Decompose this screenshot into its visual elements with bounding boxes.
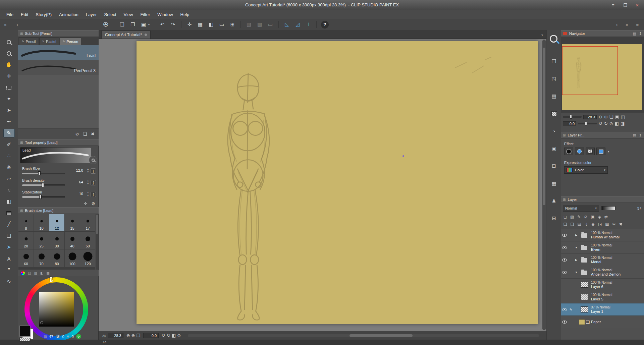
enable-mask-icon[interactable]: ◈ bbox=[598, 215, 601, 219]
canvas[interactable] bbox=[137, 41, 538, 324]
slider-stepper[interactable]: ▴▾ bbox=[87, 191, 89, 197]
blend-tool[interactable]: ≈ bbox=[3, 186, 15, 194]
pen-tool[interactable]: ✒ bbox=[3, 117, 15, 126]
slider-track[interactable] bbox=[22, 184, 65, 186]
crop-icon[interactable]: ▧ bbox=[244, 20, 254, 29]
collapse-panel-icon[interactable]: ↥ bbox=[639, 133, 642, 137]
fill-icon[interactable]: ◧ bbox=[206, 20, 216, 29]
stepper-up-icon[interactable]: ▴ bbox=[87, 167, 89, 170]
brush-size-25[interactable]: 25 bbox=[34, 232, 49, 249]
subtool-tab-pastel[interactable]: ✎Pastel bbox=[39, 38, 59, 45]
document-tab[interactable]: Concept Art Tutorial* bbox=[101, 31, 151, 39]
sync-icon[interactable]: ↻ bbox=[76, 334, 81, 339]
collapse-arrow-icon[interactable]: ▼ bbox=[574, 241, 579, 253]
invert-selection-icon[interactable]: ▦ bbox=[195, 20, 205, 29]
fill-tool[interactable]: ◧ bbox=[3, 197, 15, 206]
expand-arrow-icon[interactable]: ▶ bbox=[574, 229, 579, 241]
rotate-right-icon[interactable]: ↻ bbox=[166, 333, 171, 338]
layer-visibility-toggle[interactable] bbox=[561, 316, 568, 328]
subtool-item[interactable]: Lead bbox=[18, 45, 99, 60]
lock-layer-icon[interactable]: ⊘ bbox=[584, 215, 587, 219]
menu-item-help[interactable]: Help bbox=[177, 10, 193, 19]
fit-to-screen-icon[interactable]: ❏ bbox=[136, 333, 141, 338]
dynamics-icon[interactable]: ʃ bbox=[91, 180, 96, 185]
menu-item-animation[interactable]: Animation bbox=[55, 10, 82, 19]
material-color-icon[interactable]: ▣ bbox=[548, 143, 559, 154]
layer-row[interactable]: 100 % NormalLayer 6 bbox=[561, 279, 644, 291]
chevron-down-icon[interactable]: ▾ bbox=[608, 150, 609, 153]
zoom-out-icon[interactable]: ⊖ bbox=[126, 333, 131, 338]
new-file-icon[interactable]: ❏ bbox=[117, 20, 127, 29]
undo-icon[interactable]: ↶ bbox=[157, 20, 167, 29]
open-file-icon[interactable]: ❒ bbox=[128, 20, 138, 29]
brush-size-50[interactable]: 50 bbox=[80, 232, 95, 249]
eraser-tool[interactable]: ▱ bbox=[3, 174, 15, 183]
material-manga-icon[interactable]: ▦ bbox=[548, 178, 559, 188]
layer-row[interactable]: 100 % NormalLayer 5 bbox=[561, 291, 644, 303]
trim-icon[interactable]: ▨ bbox=[255, 20, 265, 29]
new-raster-layer-icon[interactable]: ❏ bbox=[564, 222, 567, 227]
tool-property-header[interactable]: ⊞ Tool property [Lead] bbox=[18, 139, 99, 146]
subtool-tab-person[interactable]: ✎Person bbox=[60, 38, 81, 45]
layer-visibility-toggle[interactable] bbox=[561, 279, 568, 291]
layer-row[interactable]: ❏Paper bbox=[561, 316, 644, 328]
canvas-vertical-scrollbar[interactable] bbox=[542, 40, 546, 330]
navigator-view-frame[interactable] bbox=[562, 46, 618, 95]
timeline-collapse-icon[interactable]: ∧∧ bbox=[103, 340, 106, 344]
menu-item-view[interactable]: View bbox=[120, 10, 137, 19]
color-slider-icon[interactable]: ▤ bbox=[28, 271, 31, 275]
color-indicator[interactable] bbox=[40, 321, 43, 324]
tone-effect-icon[interactable] bbox=[586, 148, 595, 155]
layer-visibility-toggle[interactable] bbox=[561, 229, 568, 241]
reference-layer-icon[interactable]: ▨ bbox=[570, 215, 574, 219]
canvas-size-icon[interactable]: ▭ bbox=[265, 20, 275, 29]
layer-color-effect-icon[interactable] bbox=[596, 148, 605, 155]
layer-mask-icon[interactable]: ◲ bbox=[598, 222, 602, 227]
slider-value[interactable]: 10 bbox=[69, 192, 83, 196]
slider-knob[interactable] bbox=[570, 115, 572, 119]
layer-panel-header[interactable]: ⊞ Layer bbox=[561, 196, 644, 203]
deselect-icon[interactable]: ✛ bbox=[184, 20, 195, 29]
canvas-zoom-value[interactable]: 28.3 bbox=[108, 333, 123, 338]
stepper-down-icon[interactable]: ▾ bbox=[87, 170, 89, 173]
navigator-rotation-slider[interactable] bbox=[578, 123, 597, 124]
stepper-down-icon[interactable]: ▾ bbox=[87, 182, 89, 185]
nav-rotate-left-icon[interactable]: ↺ bbox=[598, 121, 603, 126]
crosshair-icon[interactable]: ✛ bbox=[84, 201, 87, 206]
csp-logo-icon[interactable]: ✇ bbox=[101, 20, 111, 29]
tab-list-caret-icon[interactable]: ▾ bbox=[541, 33, 543, 37]
pan-zoom-tool[interactable] bbox=[3, 49, 15, 58]
layer-row[interactable]: ▼100 % NormalAngel and Demon bbox=[561, 266, 644, 279]
brush-size-20[interactable]: 20 bbox=[18, 232, 34, 249]
close-button[interactable]: ✕ bbox=[631, 0, 643, 10]
panel-menu-icon[interactable]: ▤ bbox=[633, 133, 636, 137]
quick-access-icon[interactable]: ❐ bbox=[548, 56, 559, 66]
stepper-up-icon[interactable]: ▴ bbox=[87, 179, 89, 182]
minimize-button[interactable]: ≡ bbox=[607, 0, 619, 10]
zoom-tool[interactable] bbox=[3, 38, 15, 46]
layer-row[interactable]: ✎37 % NormalLayer 1 bbox=[561, 303, 644, 316]
collapse-panel-icon[interactable]: ↥ bbox=[639, 32, 642, 36]
dock-expand-icon[interactable]: » bbox=[625, 22, 629, 27]
combine-below-icon[interactable]: ⊕ bbox=[591, 222, 595, 227]
slider-track[interactable] bbox=[22, 196, 65, 198]
title-bar[interactable]: Concept Art Tutorial* (6000 x 3000px 300… bbox=[0, 0, 644, 10]
brush-size-8[interactable]: 8 bbox=[18, 214, 34, 231]
layer-visibility-toggle[interactable] bbox=[561, 254, 568, 266]
approximate-color-icon[interactable]: ▩ bbox=[46, 271, 49, 275]
layer-visibility-toggle[interactable] bbox=[561, 303, 568, 315]
layer-property-header[interactable]: ⊞ Layer Pr... ▤↥ bbox=[561, 132, 644, 138]
stepper-up-icon[interactable]: ▴ bbox=[87, 191, 89, 194]
move-layer-tool[interactable]: ✛ bbox=[3, 72, 15, 80]
flip-horizontal-icon[interactable]: ◧ bbox=[171, 333, 176, 338]
transparent-color-swatch[interactable] bbox=[19, 338, 31, 342]
clip-to-layer-icon[interactable]: ◻ bbox=[564, 215, 567, 219]
divide-frame-icon[interactable]: ✂ bbox=[612, 222, 616, 227]
dock-collapse-icon[interactable]: ‹ bbox=[16, 22, 18, 27]
operation-tool[interactable]: ➤ bbox=[3, 106, 15, 115]
watercolor-edge-icon[interactable] bbox=[575, 148, 584, 155]
canvas-viewport[interactable] bbox=[99, 39, 546, 331]
opacity-slider[interactable] bbox=[601, 206, 615, 210]
create-subtool-icon[interactable]: ❏ bbox=[83, 131, 87, 136]
intermediate-color-icon[interactable]: ◧ bbox=[40, 271, 43, 275]
